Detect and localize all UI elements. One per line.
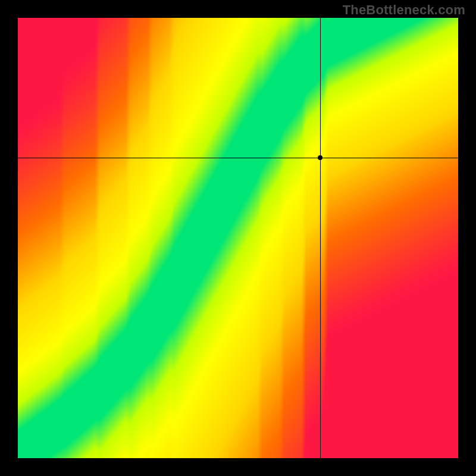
heatmap-canvas <box>18 18 458 458</box>
watermark-text: TheBottleneck.com <box>343 2 465 18</box>
chart-frame: TheBottleneck.com <box>0 0 476 476</box>
heatmap-plot <box>18 18 458 458</box>
